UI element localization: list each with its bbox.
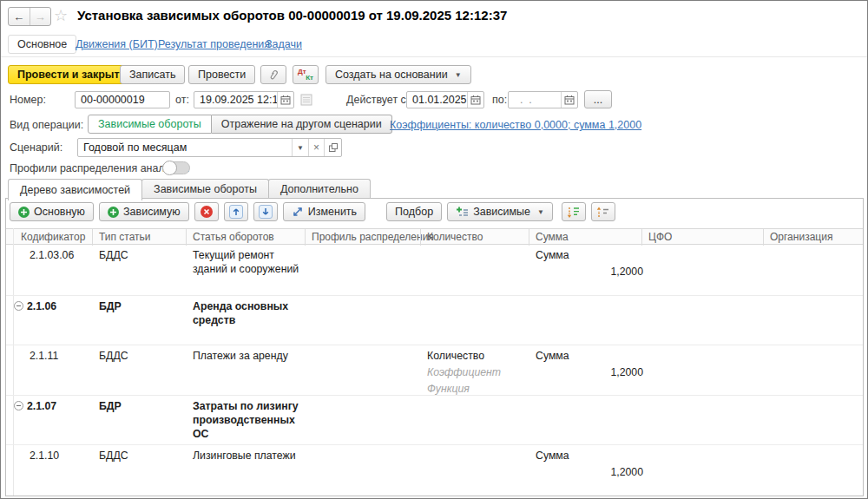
- distribution-profiles-toggle[interactable]: [162, 161, 190, 174]
- operation-kind-label: Вид операции:: [10, 119, 83, 131]
- valid-to-label: по:: [492, 94, 507, 106]
- back-button[interactable]: ←: [9, 8, 30, 25]
- scenario-label: Сценарий:: [10, 141, 62, 154]
- nav-link-posting-result[interactable]: Результат проведения: [158, 38, 270, 50]
- collapse-levels-button[interactable]: [591, 202, 615, 221]
- document-date-field[interactable]: 19.09.2025 12:12:37: [194, 91, 294, 108]
- chevron-down-icon[interactable]: ▼: [292, 139, 308, 156]
- post-and-close-button[interactable]: Провести и закрыть: [8, 65, 135, 84]
- forward-button[interactable]: →: [30, 8, 51, 25]
- chevron-down-icon: ▼: [455, 71, 462, 79]
- collapse-node-icon[interactable]: [14, 301, 23, 311]
- move-up-button[interactable]: [224, 202, 248, 221]
- scenario-combobox[interactable]: Годовой по месяцам ▼ ×: [77, 138, 342, 157]
- dt-kt-button[interactable]: Дт Кт: [293, 65, 319, 84]
- column-header[interactable]: Сумма: [536, 231, 569, 243]
- tab-additional[interactable]: Дополнительно: [268, 179, 371, 199]
- operation-kind-switch: Зависимые обороты Отражение на другом сц…: [88, 115, 392, 134]
- paperclip-icon: [267, 69, 279, 81]
- tab-dependency-tree[interactable]: Дерево зависимостей: [8, 179, 142, 200]
- column-header[interactable]: Статья оборотов: [193, 231, 274, 243]
- operation-option-other-scenario[interactable]: Отражение на другом сценарии: [212, 115, 392, 134]
- create-based-on-button[interactable]: Создать на основании ▼: [326, 65, 471, 84]
- nav-link-tasks[interactable]: Задачи: [266, 38, 302, 50]
- change-button[interactable]: Изменить: [283, 202, 365, 221]
- calendar-icon[interactable]: [277, 92, 293, 108]
- dependency-tree-panel: Основную Зависимую Изменить Подбор: [5, 198, 864, 496]
- document-window: ← → ☆ Установка зависимых оборотов 00-00…: [0, 0, 868, 499]
- delete-icon: [201, 206, 213, 218]
- arrow-down-icon: [259, 205, 273, 219]
- write-button[interactable]: Записать: [120, 65, 185, 84]
- arrow-up-icon: [229, 205, 243, 219]
- attachments-button[interactable]: [260, 65, 286, 84]
- table-row[interactable]: 2.1.07 БДР Затраты по лизингу производст…: [6, 396, 863, 445]
- table-row[interactable]: 2.1.03.06 БДДС Текущий ремонт зданий и с…: [6, 245, 863, 296]
- expand-levels-button[interactable]: [562, 202, 586, 221]
- add-main-row-button[interactable]: Основную: [10, 202, 94, 221]
- grid-header: Кодификатор Тип статьи Статья оборотов П…: [6, 228, 863, 245]
- more-actions-button[interactable]: ...: [584, 90, 612, 108]
- toggle-knob: [162, 161, 177, 175]
- column-header[interactable]: Профиль распределения: [312, 231, 434, 243]
- dt-kt-icon: Дт Кт: [298, 68, 313, 82]
- nav-item-main[interactable]: Основное: [8, 35, 76, 54]
- number-field[interactable]: 00-00000019: [75, 91, 170, 108]
- add-list-icon: [456, 206, 469, 218]
- date-from-label: от:: [175, 94, 189, 106]
- column-header[interactable]: Кодификатор: [21, 231, 85, 243]
- related-documents-icon: [300, 94, 312, 106]
- tab-dependent-turnovers[interactable]: Зависимые обороты: [141, 179, 269, 199]
- change-arrows-icon: [292, 206, 304, 218]
- history-nav-group: ← →: [8, 7, 51, 26]
- pick-button[interactable]: Подбор: [386, 202, 442, 221]
- post-button[interactable]: Провести: [188, 65, 255, 84]
- valid-to-field[interactable]: . .: [508, 91, 578, 108]
- valid-from-label: Действует с:: [346, 94, 409, 106]
- collapse-levels-icon: [596, 206, 609, 219]
- favorite-star-icon[interactable]: ☆: [54, 7, 68, 24]
- calendar-icon[interactable]: [561, 92, 577, 108]
- plus-icon: [18, 207, 30, 218]
- collapse-node-icon[interactable]: [14, 401, 23, 410]
- table-row[interactable]: 2.1.06 БДР Аренда основных средств: [6, 296, 863, 345]
- page-title: Установка зависимых оборотов 00-00000019…: [77, 8, 507, 23]
- dependency-tree-grid: 2.1.03.06 БДДС Текущий ремонт зданий и с…: [6, 245, 863, 496]
- nav-link-movements[interactable]: Движения (БИТ): [76, 38, 158, 50]
- move-down-button[interactable]: [253, 202, 278, 221]
- column-header[interactable]: Организация: [770, 231, 832, 243]
- chevron-down-icon: ▼: [537, 208, 544, 216]
- table-row[interactable]: 2.1.10 БДДС Лизинговые платежи Сумма 1,2…: [6, 445, 863, 496]
- calendar-icon[interactable]: [467, 92, 483, 108]
- tree-toolbar: Основную Зависимую Изменить Подбор: [10, 202, 615, 221]
- plus-icon: [108, 207, 119, 218]
- tab-strip: Дерево зависимостей Зависимые обороты До…: [8, 179, 370, 199]
- table-row[interactable]: 2.1.11 БДДС Платежи за аренду Количество…: [6, 345, 863, 396]
- delete-row-button[interactable]: [194, 202, 219, 221]
- column-header[interactable]: Количество: [427, 231, 483, 243]
- expand-levels-icon: [567, 206, 580, 219]
- column-header[interactable]: Тип статьи: [99, 231, 151, 243]
- number-label: Номер:: [10, 94, 46, 106]
- open-item-icon[interactable]: [324, 139, 341, 156]
- header-divider: [1, 56, 867, 57]
- clear-icon[interactable]: ×: [308, 139, 324, 156]
- operation-option-dependent-turnovers[interactable]: Зависимые обороты: [88, 115, 212, 134]
- column-header[interactable]: ЦФО: [648, 231, 672, 243]
- dependents-menu-button[interactable]: Зависимые ▼: [447, 202, 553, 221]
- coefficients-link[interactable]: Коэффициенты: количество 0,0000; сумма 1…: [390, 119, 641, 131]
- add-dependent-row-button[interactable]: Зависимую: [99, 202, 189, 221]
- valid-from-field[interactable]: 01.01.2025: [406, 91, 484, 108]
